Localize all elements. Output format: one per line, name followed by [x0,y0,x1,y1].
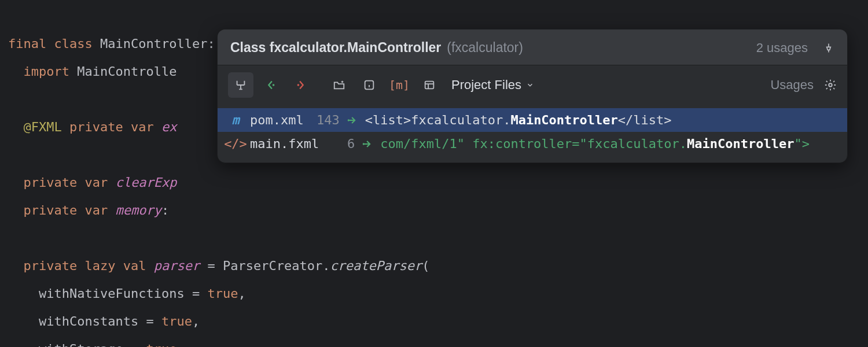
snippet-pre: com/fxml/1" fx:controller="fxcalculator. [380,136,687,151]
code-snippet: <list>fxcalculator.MainController</list> [365,113,672,127]
usages-list: m pom.xml 143 <list>fxcalculator.MainCon… [218,105,847,163]
gear-icon[interactable] [824,79,837,91]
kw-class: class [54,36,92,51]
new-folder-button[interactable] [326,72,352,98]
kw-lazy: lazy [84,259,115,273]
file-name: main.fxml [250,136,319,151]
colon: : [207,36,215,51]
kw-val: val [123,259,146,273]
chevron-down-icon [526,81,534,89]
annotation-fxml: @FXML [24,120,62,134]
line-number: 6 [326,136,355,151]
field-clearexp: clearExp [115,175,176,190]
snippet-post: </list> [618,113,672,127]
svg-point-4 [829,83,832,87]
code-snippet: com/fxml/1" fx:controller="fxcalculator.… [380,136,810,151]
popup-header: Class fxcalculator.MainController (fxcal… [218,29,847,65]
arg-name: withStorage [39,342,123,347]
maven-file-icon: m [228,113,243,127]
popup-toolbar: [m] Project Files Usages [218,65,847,105]
line-number: 143 [311,113,340,127]
eq: = [192,286,200,301]
scope-label-text: Project Files [451,77,521,93]
popup-subtitle: (fxcalculator) [447,40,523,56]
paren-open: ( [422,259,429,273]
kw-private: private [24,203,78,217]
usage-row[interactable]: m pom.xml 143 <list>fxcalculator.MainCon… [218,108,847,132]
kw-var: var [131,120,154,134]
kw-private: private [24,175,78,190]
usage-row[interactable]: </> main.fxml 6 com/fxml/1" fx:controlle… [218,132,847,156]
popup-title: Class fxcalculator.MainController [230,40,441,56]
find-usages-popup: Class fxcalculator.MainController (fxcal… [217,29,848,163]
open-in-find-window-button[interactable] [228,72,253,98]
popup-title-fqn: fxcalculator.MainController [270,40,442,55]
eq: = [146,314,153,328]
svg-point-0 [273,84,275,86]
arg-name: withNativeFunctions [39,286,185,301]
import-target: MainControlle [77,64,176,79]
jump-arrow-icon [362,138,373,150]
info-button[interactable] [356,72,382,98]
svg-point-6 [363,143,365,145]
snippet-highlight: MainController [687,136,794,151]
kw-final: final [8,36,46,51]
scope-selector[interactable]: Project Files [451,77,534,93]
comma: , [192,314,200,328]
field-memory: memory [115,203,161,217]
preview-button[interactable] [417,72,442,98]
class-name: MainController [100,36,207,51]
arg-name: withConstants [39,314,138,328]
jump-arrow-icon [347,115,358,126]
lit-true: true [207,286,238,301]
pin-icon[interactable] [823,42,834,54]
popup-title-prefix: Class [230,40,270,55]
prev-occurrence-button[interactable] [258,72,284,98]
method-createparser: createParser [330,259,422,273]
kw-private: private [69,120,123,134]
colon: : [161,203,169,217]
maven-filter-button[interactable]: [m] [387,72,412,98]
snippet-pre: <list>fxcalculator. [365,113,511,127]
field-ex: ex [161,120,177,134]
kw-private: private [24,259,78,273]
snippet-post: "> [794,136,810,151]
lit-true: true [146,342,176,347]
eq: = [207,259,215,273]
obj-parsercreator: ParserCreator [223,259,322,273]
kw-var: var [84,175,108,190]
comma: , [238,286,245,301]
lit-true: true [161,314,192,328]
next-occurrence-button[interactable] [288,72,314,98]
kw-var: var [84,203,108,217]
kw-import: import [24,64,69,79]
eq: = [131,342,138,347]
snippet-highlight: MainController [510,113,617,127]
usages-tab[interactable]: Usages [770,77,814,93]
val-parser: parser [154,259,200,273]
svg-rect-3 [425,82,434,89]
svg-point-1 [297,84,300,86]
dot: . [322,259,330,273]
svg-point-5 [347,119,349,121]
popup-usage-count: 2 usages [756,40,808,56]
file-name: pom.xml [250,113,304,127]
fxml-file-icon: </> [228,136,243,151]
